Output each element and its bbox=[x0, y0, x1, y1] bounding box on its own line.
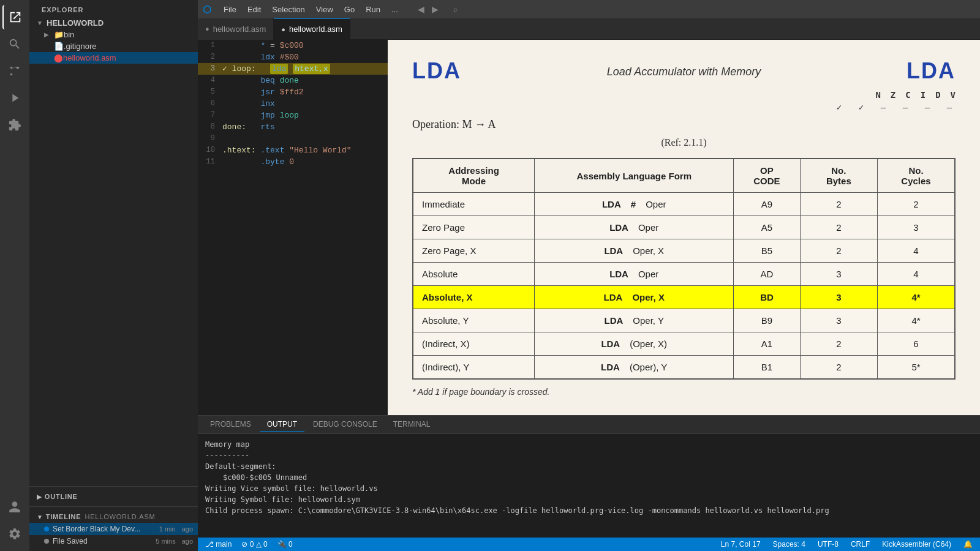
output-line: $c000-$c005 Unnamed bbox=[205, 472, 973, 483]
ref-flags: N Z C I D V ✓ ✓ – – bbox=[412, 90, 956, 112]
flag-checks-row: ✓ ✓ – – – – bbox=[833, 102, 956, 112]
th-addressing-mode: AddressingMode bbox=[413, 159, 535, 193]
table-row-5: Absolute, Y LDA Oper, Y B9 3 4* bbox=[413, 309, 955, 332]
flag-labels-row: N Z C I D V bbox=[875, 90, 956, 100]
cell-bytes-4: 3 bbox=[800, 286, 877, 309]
cell-cycles-5: 4* bbox=[878, 309, 955, 332]
tab-dot-2: ● bbox=[281, 26, 285, 33]
status-left: ⎇ main ⊘ 0 △ 0 🔌 0 bbox=[203, 540, 295, 549]
activity-bar bbox=[0, 0, 29, 551]
ref-number: (Ref: 2.1.1) bbox=[412, 137, 956, 148]
cell-bytes-0: 2 bbox=[800, 193, 877, 216]
menu-edit[interactable]: Edit bbox=[243, 4, 266, 15]
source-control-icon[interactable] bbox=[2, 59, 27, 83]
notifications-bell[interactable]: 🔔 bbox=[961, 540, 975, 549]
cell-opcode-4: BD bbox=[734, 286, 800, 309]
cell-opcode-0: A9 bbox=[734, 193, 800, 216]
cell-mode-4: Absolute, X bbox=[413, 286, 535, 309]
errors-count[interactable]: ⊘ 0 △ 0 bbox=[239, 540, 270, 549]
explorer-icon[interactable] bbox=[2, 5, 27, 29]
timeline-time-1: 5 mins bbox=[156, 538, 175, 545]
code-line-4: 4 beq done bbox=[198, 75, 388, 86]
timeline-label: TIMELINE bbox=[46, 513, 81, 520]
panel-tab-terminal[interactable]: TERMINAL bbox=[386, 418, 438, 432]
menu-go[interactable]: Go bbox=[339, 4, 360, 15]
th-opcode: OPCODE bbox=[734, 159, 800, 193]
code-line-8: 8 done: rts bbox=[198, 121, 388, 133]
spaces-setting[interactable]: Spaces: 4 bbox=[771, 540, 808, 549]
forward-arrow[interactable]: ▶ bbox=[429, 4, 441, 14]
code-line-9: 9 bbox=[198, 133, 388, 144]
run-debug-icon[interactable] bbox=[2, 86, 27, 110]
tab-dot-1: ● bbox=[205, 25, 209, 32]
account-icon[interactable] bbox=[2, 495, 27, 519]
tab-helloworld-2[interactable]: ● helloworld.asm bbox=[274, 18, 350, 40]
file-icon: 📄 bbox=[54, 42, 64, 51]
panel-tab-problems[interactable]: PROBLEMS bbox=[203, 418, 258, 432]
top-bar: ⬡ File Edit Selection View Go Run ... ◀ … bbox=[198, 0, 980, 18]
cell-opcode-6: A1 bbox=[734, 332, 800, 356]
code-line-3: 3 ✓ loop: lda htext,x bbox=[198, 63, 388, 75]
cell-bytes-7: 2 bbox=[800, 356, 877, 380]
cell-asm-3: LDA Oper bbox=[535, 263, 734, 286]
timeline-label-0: Set Border Black My Dev... bbox=[53, 525, 140, 533]
search-icon[interactable] bbox=[2, 32, 27, 56]
cursor-position[interactable]: Ln 7, Col 17 bbox=[718, 540, 763, 549]
outline-header[interactable]: ▶ OUTLINE bbox=[29, 490, 198, 503]
nav-arrows: ◀ ▶ bbox=[415, 4, 441, 14]
main-area: ⬡ File Edit Selection View Go Run ... ◀ … bbox=[198, 0, 980, 551]
cell-asm-6: LDA (Oper, X) bbox=[535, 332, 734, 356]
th-bytes: No.Bytes bbox=[800, 159, 877, 193]
tabs-bar: ● helloworld.asm ● helloworld.asm bbox=[198, 18, 980, 40]
panel-tab-debug[interactable]: DEBUG CONSOLE bbox=[306, 418, 385, 432]
back-arrow[interactable]: ◀ bbox=[415, 4, 427, 14]
timeline-header[interactable]: ▼ TIMELINE helloworld.asm bbox=[29, 511, 198, 523]
menu-selection[interactable]: Selection bbox=[267, 4, 309, 15]
cell-bytes-1: 2 bbox=[800, 216, 877, 239]
cell-asm-5: LDA Oper, Y bbox=[535, 309, 734, 332]
cell-opcode-5: B9 bbox=[734, 309, 800, 332]
table-row-7: (Indirect), Y LDA (Oper), Y B1 2 5* bbox=[413, 356, 955, 380]
output-line: Writing Vice symbol file: helloworld.vs bbox=[205, 483, 973, 494]
timeline-item-1[interactable]: File Saved 5 mins ago bbox=[29, 535, 198, 547]
cell-opcode-3: AD bbox=[734, 263, 800, 286]
git-branch[interactable]: ⎇ main bbox=[203, 540, 234, 549]
sidebar-item-bin[interactable]: ▶ 📁 bin bbox=[29, 29, 198, 40]
ref-title-right: LDA bbox=[907, 58, 956, 84]
cell-mode-7: (Indirect), Y bbox=[413, 356, 535, 380]
panel-tab-output[interactable]: OUTPUT bbox=[260, 418, 304, 432]
line-ending[interactable]: CRLF bbox=[848, 540, 872, 549]
th-cycles: No.Cycles bbox=[878, 159, 955, 193]
breadcrumb: ⌕ bbox=[453, 5, 458, 13]
sidebar-item-gitignore[interactable]: 📄 .gitignore bbox=[29, 40, 198, 52]
table-row-2: Zero Page, X LDA Oper, X B5 2 4 bbox=[413, 239, 955, 263]
extensions-icon[interactable] bbox=[2, 113, 27, 137]
encoding[interactable]: UTF-8 bbox=[815, 540, 841, 549]
cell-mode-2: Zero Page, X bbox=[413, 239, 535, 263]
settings-icon[interactable] bbox=[2, 522, 27, 546]
cell-cycles-4: 4* bbox=[878, 286, 955, 309]
project-name: HELLOWORLD bbox=[47, 18, 104, 28]
port-status[interactable]: 🔌 0 bbox=[275, 540, 295, 549]
tab-helloworld-1[interactable]: ● helloworld.asm bbox=[198, 18, 274, 40]
timeline-item-0[interactable]: Set Border Black My Dev... 1 min ago bbox=[29, 523, 198, 535]
code-line-11: 11 .byte 0 bbox=[198, 156, 388, 168]
project-folder[interactable]: ▼ HELLOWORLD bbox=[29, 17, 198, 29]
code-editor[interactable]: 1 * = $c000 2 ldx #$00 3 ✓ loop: lda hte… bbox=[198, 40, 388, 415]
cell-bytes-6: 2 bbox=[800, 332, 877, 356]
language-mode[interactable]: KickAssembler (C64) bbox=[880, 540, 954, 549]
tab-label-1: helloworld.asm bbox=[213, 24, 266, 34]
cell-mode-3: Absolute bbox=[413, 263, 535, 286]
panel-content[interactable]: Memory map----------Default-segment: $c0… bbox=[198, 434, 980, 538]
menu-file[interactable]: File bbox=[219, 4, 241, 15]
menu-run[interactable]: Run bbox=[361, 4, 385, 15]
output-line: Memory map bbox=[205, 439, 973, 450]
status-right: Ln 7, Col 17 Spaces: 4 UTF-8 CRLF KickAs… bbox=[718, 540, 975, 549]
reference-table: AddressingMode Assembly Language Form OP… bbox=[412, 158, 956, 380]
menu-more[interactable]: ... bbox=[386, 4, 403, 15]
sidebar-title: EXPLORER bbox=[29, 0, 198, 17]
sidebar-item-helloworld[interactable]: ⬤ helloworld.asm bbox=[29, 52, 198, 64]
cell-mode-6: (Indirect, X) bbox=[413, 332, 535, 356]
timeline-dot-1 bbox=[44, 539, 49, 544]
menu-view[interactable]: View bbox=[311, 4, 338, 15]
